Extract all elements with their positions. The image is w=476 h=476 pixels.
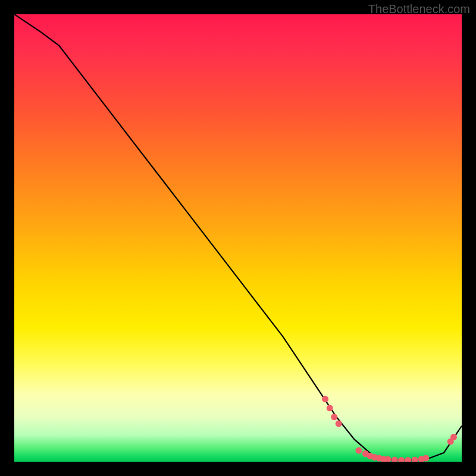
chart-marker [356,447,362,454]
watermark-text: TheBottleneck.com [368,2,470,16]
chart-marker [331,414,337,420]
chart-marker [327,405,333,411]
chart-marker [422,455,429,462]
chart-marker [412,457,418,462]
chart-marker [322,396,328,402]
chart-plot-area [14,14,462,462]
chart-marker [450,434,457,440]
chart-marker [398,457,405,462]
chart-marker [336,421,342,427]
chart-marker [405,457,411,462]
chart-svg [14,14,462,462]
chart-markers [322,396,457,462]
chart-curve [14,14,462,461]
chart-marker [392,457,398,462]
